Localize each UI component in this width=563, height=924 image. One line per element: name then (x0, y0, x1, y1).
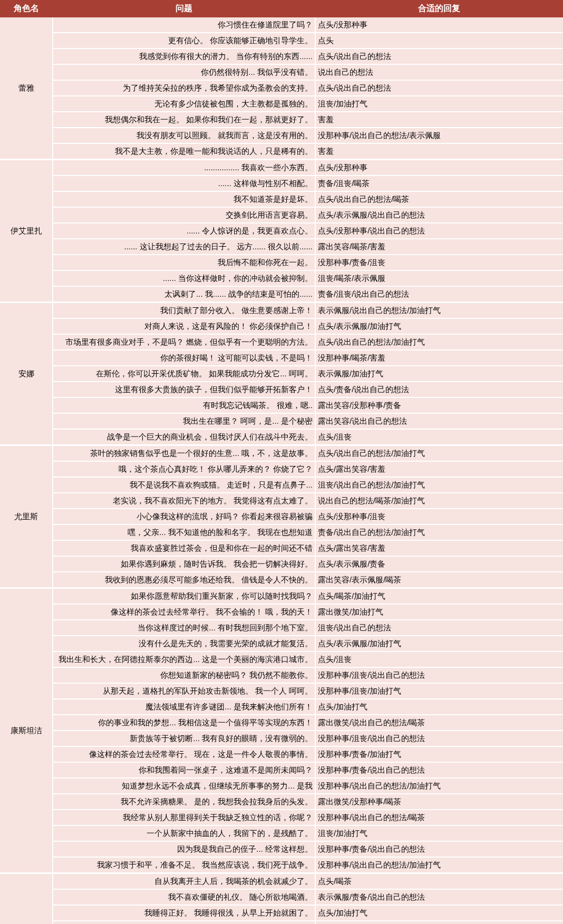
question-cell: 知道梦想永远不会成真，但继续无所事事的努力... 是我 (53, 778, 315, 794)
answer-cell: 露出笑容/说出自己的想法 (315, 413, 563, 429)
table-row: 从那天起，道格扎的军队开始攻击新领地。 我一个人 呵呵。没那种事/沮丧/加油打气 (0, 683, 563, 699)
character-name-cell: 伊艾里扎 (0, 160, 53, 303)
question-cell: 像这样的茶会过去经常举行。 现在，这是一件令人敬畏的事情。 (53, 746, 315, 762)
table-row: 我睡得正好。 我睡得很浅，从早上开始就困了。点头/加油打气 (0, 905, 563, 921)
table-row: 为了维持芙朵拉的秩序，我希望你成为圣教会的支持。点头/说出自己的想法 (0, 80, 563, 96)
answer-cell: 责备/沮丧/喝茶 (315, 921, 563, 924)
table-row: 更有信心。 你应该能够正确地引导学生。点头 (0, 33, 563, 48)
table-row: 伊艾里扎................ 我喜欢一些小东西。点头/没那种事 (0, 160, 563, 176)
question-cell: 你仍然很特别... 我似乎没有错。 (53, 64, 315, 80)
answer-cell: 点头/沮丧 (315, 651, 563, 667)
answer-cell: 说出自己的想法 (315, 64, 563, 80)
question-cell: 我没有朋友可以照顾。 就我而言，这是没有用的。 (53, 128, 315, 143)
question-cell: 有时我忘记钱喝茶。 很难，嗯.. (53, 397, 315, 413)
answer-cell: 点头/表示佩服/说出自己的想法 (315, 207, 563, 223)
question-cell: 对商人来说，这是有风险的！ 你必须保护自己！ (53, 318, 315, 334)
table-row: 知道梦想永远不会成真，但继续无所事事的努力... 是我没那种事/说出自己的想法/… (0, 778, 563, 794)
answer-cell: 露出微笑/加油打气 (315, 604, 563, 620)
answer-cell: 责备/沮丧/说出自己的想法 (315, 286, 563, 303)
table-row: 安娜我们贡献了部分收入。 做生意要感谢上帝！表示佩服/说出自己的想法/加油打气 (0, 303, 563, 319)
table-row: 我感觉到你有很大的潜力。 当你有特别的东西......点头/说出自己的想法 (0, 48, 563, 64)
answer-cell: 点头/露出笑容/害羞 (315, 540, 563, 556)
question-cell: 我们贡献了部分收入。 做生意要感谢上帝！ (53, 303, 315, 319)
table-row: 魔法领域里有许多谜团... 是我来解决他们所有！点头/加油打气 (0, 699, 563, 715)
table-row: 你仍然很特别... 我似乎没有错。说出自己的想法 (0, 64, 563, 80)
question-cell: 你的事业和我的梦想... 我相信这是一个值得平等实现的东西！ (53, 715, 315, 731)
answer-cell: 露出微笑/没那种事/喝茶 (315, 794, 563, 810)
character-name-cell: 蕾雅 (0, 17, 53, 160)
question-cell: 市场里有很多商业对手，不是吗？ 燃烧，但似乎有一个更聪明的方法。 (53, 334, 315, 350)
question-cell: 我不是大主教，你是唯一能和我说话的人，只是稀有的。 (53, 143, 315, 160)
table-row: 我喜欢盛宴胜过茶会，但是和你在一起的时间还不错点头/露出笑容/害羞 (0, 540, 563, 556)
question-cell: 没有什么是先天的，我需要光荣的成就才能复活。 (53, 636, 315, 651)
answer-cell: 点头/责备/说出自己的想法 (315, 382, 563, 397)
answer-cell: 点头/说出自己的想法/加油打气 (315, 334, 563, 350)
answer-cell: 点头/没那种事 (315, 17, 563, 33)
table-row: 我不喜欢僵硬的礼仪。 随心所欲地喝酒。表示佩服/责备/说出自己的想法 (0, 889, 563, 905)
question-cell: 更有信心。 你应该能够正确地引导学生。 (53, 33, 315, 48)
table-row: 市场里有很多商业对手，不是吗？ 燃烧，但似乎有一个更聪明的方法。点头/说出自己的… (0, 334, 563, 350)
answer-cell: 没那种事/说出自己的想法/喝茶 (315, 810, 563, 825)
table-row: 我不允许采摘糖果。 是的，我想我会拉我身后的头发。露出微笑/没那种事/喝茶 (0, 794, 563, 810)
question-cell: 嘿，父亲... 我不知道他的脸和名字。 我现在也想知道 (53, 524, 315, 540)
table-row: 我没有朋友可以照顾。 就我而言，这是没有用的。没那种事/说出自己的想法/表示佩服 (0, 128, 563, 143)
question-cell: 我后悔不能和你死在一起。 (53, 255, 315, 270)
question-cell: 我感觉到你有很大的潜力。 当你有特别的东西...... (53, 48, 315, 64)
answer-cell: 没那种事/喝茶/害羞 (315, 350, 563, 366)
question-cell: 我出生在哪里？ 呵呵，是... 是个秘密 (53, 413, 315, 429)
question-cell: 为了维持芙朵拉的秩序，我希望你成为圣教会的支持。 (53, 80, 315, 96)
question-cell: 自从我离开主人后，我喝茶的机会就减少了。 (53, 873, 315, 890)
header-question: 问题 (53, 0, 315, 17)
question-cell: 哦，这个茶点心真好吃！ 你从哪儿弄来的？ 你烧了它？ (53, 461, 315, 477)
header-answer: 合适的回复 (315, 0, 563, 17)
question-cell: 魔法领域里有许多谜团... 是我来解决他们所有！ (53, 699, 315, 715)
question-cell: 太讽刺了... 我...... 战争的结束是可怕的...... (53, 286, 315, 303)
answer-cell: 没那种事/责备/说出自己的想法 (315, 762, 563, 778)
table-row: 有时我忘记钱喝茶。 很难，嗯..露出笑容/没那种事/责备 (0, 397, 563, 413)
question-cell: 这里有很多大贵族的孩子，但我们似乎能够开拓新客户！ (53, 382, 315, 397)
question-cell: 我出生和长大，在阿德拉斯泰尔的西边... 这是一个美丽的海滨港口城市。 (53, 651, 315, 667)
table-row: 在斯伦，你可以开采优质矿物。 如果我能成功分发它... 呵呵。表示佩服/加油打气 (0, 366, 563, 382)
question-cell: 你的茶很好喝！ 这可能可以卖钱，不是吗！ (53, 350, 315, 366)
table-row: 交换剑比用语言更容易。点头/表示佩服/说出自己的想法 (0, 207, 563, 223)
character-name-cell: 巴鲁塔札尔 (0, 873, 53, 925)
question-cell: 小心像我这样的流氓，好吗？ 你看起来很容易被骗 (53, 509, 315, 524)
answer-cell: 没那种事/责备/说出自己的想法 (315, 841, 563, 857)
question-cell: 你没有斧子吗？ 我想，这是一个小游戏。 (53, 921, 315, 924)
table-row: 我不是说我不喜欢狗或猫。 走近时，只是有点鼻子...沮丧/说出自己的想法/加油打… (0, 477, 563, 493)
table-row: 你和我围着同一张桌子，这难道不是闻所未闻吗？没那种事/责备/说出自己的想法 (0, 762, 563, 778)
table-row: 这里有很多大贵族的孩子，但我们似乎能够开拓新客户！点头/责备/说出自己的想法 (0, 382, 563, 397)
table-row: 我后悔不能和你死在一起。没那种事/责备/沮丧 (0, 255, 563, 270)
table-row: 无论有多少信徒被包围，大主教都是孤独的。沮丧/加油打气 (0, 96, 563, 112)
question-cell: 老实说，我不喜欢阳光下的地方。 我觉得这有点太难了。 (53, 493, 315, 509)
table-row: 对商人来说，这是有风险的！ 你必须保护自己！点头/表示佩服/加油打气 (0, 318, 563, 334)
table-row: 新贵族等于被切断... 我有良好的眼睛，没有微弱的。没那种事/沮丧/说出自己的想… (0, 731, 563, 746)
answer-cell: 点头/露出笑容/害羞 (315, 461, 563, 477)
answer-cell: 点头/沮丧 (315, 429, 563, 445)
table-row: 我不知道茶是好是坏。点头/说出自己的想法/喝茶 (0, 191, 563, 207)
answer-cell: 露出微笑/说出自己的想法/喝茶 (315, 715, 563, 731)
question-cell: 新贵族等于被切断... 我有良好的眼睛，没有微弱的。 (53, 731, 315, 746)
answer-cell: 点头 (315, 33, 563, 48)
question-cell: 当你这样度过的时候... 有时我想回到那个地下室。 (53, 620, 315, 636)
answer-cell: 责备/说出自己的想法/加油打气 (315, 524, 563, 540)
answer-cell: 沮丧/说出自己的想法 (315, 620, 563, 636)
question-cell: 茶叶的独家销售似乎也是一个很好的生意... 哦，不，这是故事。 (53, 445, 315, 462)
answer-cell: 点头/说出自己的想法 (315, 48, 563, 64)
character-name-cell: 安娜 (0, 303, 53, 445)
answer-cell: 没那种事/说出自己的想法/表示佩服 (315, 128, 563, 143)
table-row: 尤里斯茶叶的独家销售似乎也是一个很好的生意... 哦，不，这是故事。点头/说出自… (0, 445, 563, 462)
table-row: 小心像我这样的流氓，好吗？ 你看起来很容易被骗点头/没那种事/沮丧 (0, 509, 563, 524)
answer-cell: 露出笑容/表示佩服/喝茶 (315, 572, 563, 588)
answer-cell: 点头/没那种事 (315, 160, 563, 176)
answer-cell: 表示佩服/说出自己的想法/加油打气 (315, 303, 563, 319)
table-row: 如果你遇到麻烦，随时告诉我。 我会把一切解决得好。点头/表示佩服/责备 (0, 556, 563, 572)
answer-cell: 露出笑容/没那种事/责备 (315, 397, 563, 413)
answer-cell: 点头/喝茶 (315, 873, 563, 890)
dialogue-table: 角色名 问题 合适的回复 蕾雅你习惯住在修道院里了吗？点头/没那种事更有信心。 … (0, 0, 563, 924)
table-row: 没有什么是先天的，我需要光荣的成就才能复活。点头/表示佩服/加油打气 (0, 636, 563, 651)
answer-cell: 表示佩服/责备/说出自己的想法 (315, 889, 563, 905)
question-cell: ...... 这样做与性别不相配。 (53, 176, 315, 191)
table-row: ...... 当你这样做时，你的冲动就会被抑制。沮丧/喝茶/表示佩服 (0, 270, 563, 286)
table-row: ...... 这样做与性别不相配。责备/沮丧/喝茶 (0, 176, 563, 191)
